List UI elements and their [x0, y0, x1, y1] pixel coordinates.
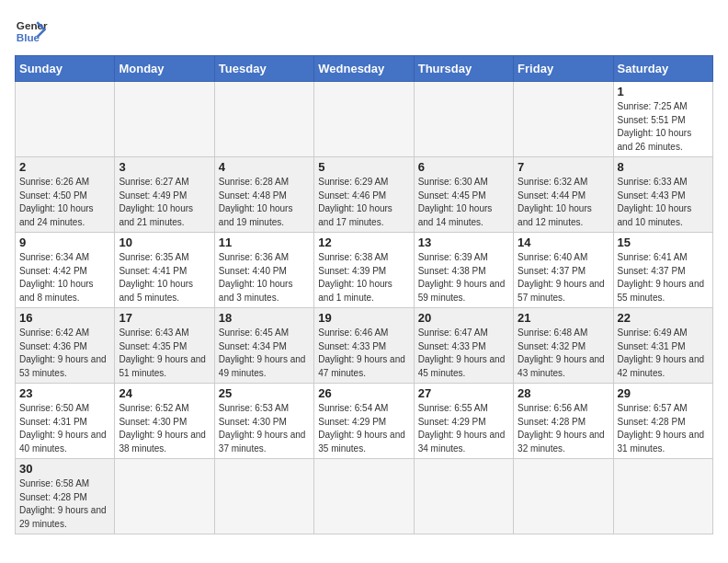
calendar-cell: 19Sunrise: 6:46 AM Sunset: 4:33 PM Dayli…: [314, 308, 414, 384]
day-info: Sunrise: 6:30 AM Sunset: 4:45 PM Dayligh…: [418, 176, 509, 229]
day-number: 27: [418, 386, 509, 400]
calendar-cell: 16Sunrise: 6:42 AM Sunset: 4:36 PM Dayli…: [16, 308, 115, 384]
day-info: Sunrise: 6:28 AM Sunset: 4:48 PM Dayligh…: [219, 176, 310, 229]
calendar-cell: 22Sunrise: 6:49 AM Sunset: 4:31 PM Dayli…: [613, 308, 712, 384]
weekday-header-row: SundayMondayTuesdayWednesdayThursdayFrid…: [16, 56, 713, 82]
svg-text:Blue: Blue: [17, 31, 40, 43]
calendar-cell: 7Sunrise: 6:32 AM Sunset: 4:44 PM Daylig…: [514, 157, 613, 233]
calendar-cell: [514, 459, 613, 534]
calendar-cell: 27Sunrise: 6:55 AM Sunset: 4:29 PM Dayli…: [414, 384, 513, 459]
calendar-cell: 8Sunrise: 6:33 AM Sunset: 4:43 PM Daylig…: [613, 157, 712, 233]
day-info: Sunrise: 6:56 AM Sunset: 4:28 PM Dayligh…: [518, 402, 609, 455]
calendar-cell: 26Sunrise: 6:54 AM Sunset: 4:29 PM Dayli…: [314, 384, 414, 459]
calendar-cell: 6Sunrise: 6:30 AM Sunset: 4:45 PM Daylig…: [414, 157, 513, 233]
calendar-cell: 29Sunrise: 6:57 AM Sunset: 4:28 PM Dayli…: [613, 384, 712, 459]
day-number: 22: [618, 311, 709, 325]
day-number: 13: [418, 236, 509, 249]
calendar-cell: 14Sunrise: 6:40 AM Sunset: 4:37 PM Dayli…: [514, 233, 613, 308]
day-number: 6: [418, 160, 509, 174]
calendar-cell: 17Sunrise: 6:43 AM Sunset: 4:35 PM Dayli…: [115, 308, 214, 384]
day-number: 15: [618, 236, 709, 249]
day-number: 26: [318, 386, 409, 400]
calendar-cell: [414, 459, 513, 534]
day-info: Sunrise: 6:29 AM Sunset: 4:46 PM Dayligh…: [318, 176, 409, 229]
day-number: 10: [119, 236, 210, 249]
weekday-header-sunday: Sunday: [16, 56, 115, 82]
calendar-cell: 3Sunrise: 6:27 AM Sunset: 4:49 PM Daylig…: [115, 157, 214, 233]
day-number: 24: [119, 386, 210, 400]
day-number: 16: [19, 311, 110, 325]
day-info: Sunrise: 6:41 AM Sunset: 4:37 PM Dayligh…: [618, 251, 709, 304]
calendar-cell: 2Sunrise: 6:26 AM Sunset: 4:50 PM Daylig…: [16, 157, 115, 233]
day-info: Sunrise: 6:36 AM Sunset: 4:40 PM Dayligh…: [219, 251, 310, 304]
calendar-cell: 23Sunrise: 6:50 AM Sunset: 4:31 PM Dayli…: [16, 384, 115, 459]
calendar-cell: [115, 459, 214, 534]
calendar-cell: 28Sunrise: 6:56 AM Sunset: 4:28 PM Dayli…: [514, 384, 613, 459]
weekday-header-monday: Monday: [115, 56, 214, 82]
day-number: 4: [219, 160, 310, 174]
calendar-cell: 4Sunrise: 6:28 AM Sunset: 4:48 PM Daylig…: [214, 157, 313, 233]
day-info: Sunrise: 6:33 AM Sunset: 4:43 PM Dayligh…: [618, 176, 709, 229]
calendar-week-row: 9Sunrise: 6:34 AM Sunset: 4:42 PM Daylig…: [16, 233, 713, 308]
day-info: Sunrise: 6:40 AM Sunset: 4:37 PM Dayligh…: [518, 251, 609, 304]
day-info: Sunrise: 6:45 AM Sunset: 4:34 PM Dayligh…: [219, 327, 310, 380]
day-info: Sunrise: 6:32 AM Sunset: 4:44 PM Dayligh…: [518, 176, 609, 229]
day-info: Sunrise: 7:25 AM Sunset: 5:51 PM Dayligh…: [618, 100, 709, 154]
calendar-cell: 15Sunrise: 6:41 AM Sunset: 4:37 PM Dayli…: [613, 233, 712, 308]
calendar-cell: 20Sunrise: 6:47 AM Sunset: 4:33 PM Dayli…: [414, 308, 513, 384]
calendar-cell: 1Sunrise: 7:25 AM Sunset: 5:51 PM Daylig…: [613, 82, 712, 157]
day-number: 23: [19, 386, 110, 400]
logo: General Blue: [15, 15, 48, 48]
calendar-table: SundayMondayTuesdayWednesdayThursdayFrid…: [15, 55, 713, 534]
calendar-week-row: 2Sunrise: 6:26 AM Sunset: 4:50 PM Daylig…: [16, 157, 713, 233]
weekday-header-saturday: Saturday: [613, 56, 712, 82]
logo-icon: General Blue: [15, 15, 48, 48]
day-number: 20: [418, 311, 509, 325]
day-number: 19: [318, 311, 409, 325]
day-info: Sunrise: 6:35 AM Sunset: 4:41 PM Dayligh…: [119, 251, 210, 304]
calendar-cell: [214, 82, 313, 157]
day-info: Sunrise: 6:50 AM Sunset: 4:31 PM Dayligh…: [19, 402, 110, 455]
day-info: Sunrise: 6:48 AM Sunset: 4:32 PM Dayligh…: [518, 327, 609, 380]
day-number: 25: [219, 386, 310, 400]
page-header: General Blue: [15, 15, 713, 48]
calendar-cell: [613, 459, 712, 534]
day-info: Sunrise: 6:43 AM Sunset: 4:35 PM Dayligh…: [119, 327, 210, 380]
day-number: 8: [618, 160, 709, 174]
day-info: Sunrise: 6:53 AM Sunset: 4:30 PM Dayligh…: [219, 402, 310, 455]
day-info: Sunrise: 6:58 AM Sunset: 4:28 PM Dayligh…: [19, 477, 110, 531]
day-number: 5: [318, 160, 409, 174]
day-number: 12: [318, 236, 409, 249]
day-number: 28: [518, 386, 609, 400]
day-info: Sunrise: 6:46 AM Sunset: 4:33 PM Dayligh…: [318, 327, 409, 380]
day-info: Sunrise: 6:42 AM Sunset: 4:36 PM Dayligh…: [19, 327, 110, 380]
day-info: Sunrise: 6:52 AM Sunset: 4:30 PM Dayligh…: [119, 402, 210, 455]
weekday-header-wednesday: Wednesday: [314, 56, 414, 82]
day-number: 29: [618, 386, 709, 400]
calendar-cell: 10Sunrise: 6:35 AM Sunset: 4:41 PM Dayli…: [115, 233, 214, 308]
calendar-week-row: 1Sunrise: 7:25 AM Sunset: 5:51 PM Daylig…: [16, 82, 713, 157]
day-number: 17: [119, 311, 210, 325]
day-info: Sunrise: 6:34 AM Sunset: 4:42 PM Dayligh…: [19, 251, 110, 304]
calendar-cell: [514, 82, 613, 157]
weekday-header-friday: Friday: [514, 56, 613, 82]
day-number: 14: [518, 236, 609, 249]
weekday-header-tuesday: Tuesday: [214, 56, 313, 82]
day-info: Sunrise: 6:26 AM Sunset: 4:50 PM Dayligh…: [19, 176, 110, 229]
calendar-cell: 9Sunrise: 6:34 AM Sunset: 4:42 PM Daylig…: [16, 233, 115, 308]
calendar-cell: [214, 459, 313, 534]
day-number: 1: [618, 85, 709, 98]
day-info: Sunrise: 6:54 AM Sunset: 4:29 PM Dayligh…: [318, 402, 409, 455]
calendar-cell: 30Sunrise: 6:58 AM Sunset: 4:28 PM Dayli…: [16, 459, 115, 534]
day-number: 21: [518, 311, 609, 325]
day-info: Sunrise: 6:39 AM Sunset: 4:38 PM Dayligh…: [418, 251, 509, 304]
calendar-cell: 13Sunrise: 6:39 AM Sunset: 4:38 PM Dayli…: [414, 233, 513, 308]
calendar-cell: [314, 459, 414, 534]
calendar-week-row: 16Sunrise: 6:42 AM Sunset: 4:36 PM Dayli…: [16, 308, 713, 384]
day-number: 2: [19, 160, 110, 174]
calendar-cell: 24Sunrise: 6:52 AM Sunset: 4:30 PM Dayli…: [115, 384, 214, 459]
day-number: 9: [19, 236, 110, 249]
calendar-cell: [16, 82, 115, 157]
calendar-cell: 11Sunrise: 6:36 AM Sunset: 4:40 PM Dayli…: [214, 233, 313, 308]
calendar-cell: [414, 82, 513, 157]
